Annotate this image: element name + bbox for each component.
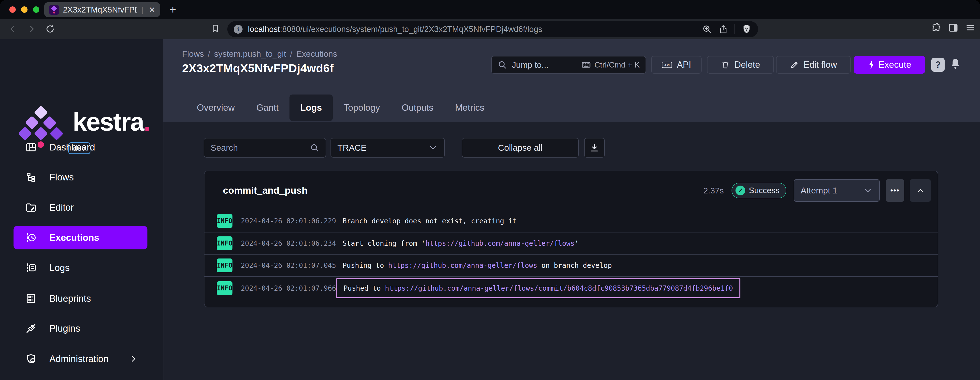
chevron-down-icon — [863, 185, 873, 195]
task-log-header: commit_and_push 2.37s ✓ Success Attempt … — [204, 171, 938, 210]
sidebar-item-flows[interactable]: Flows — [14, 165, 148, 189]
brave-shield-icon[interactable] — [741, 24, 752, 34]
log-row: INFO2024-04-26 02:01:06.229Branch develo… — [204, 210, 938, 232]
sidebar-item-plugins[interactable]: Plugins — [14, 317, 148, 340]
extensions-icon[interactable] — [931, 22, 941, 33]
browser-window: 2X3x2TMqX5NfvFPDj4wd6f | ✕ + i localhost… — [0, 0, 980, 380]
browser-tab[interactable]: 2X3x2TMqX5NfvFPDj4wd6f | ✕ — [44, 2, 160, 17]
new-tab-button[interactable]: + — [170, 4, 176, 15]
jump-to-search[interactable]: Jump to... Ctrl/Cmd + K — [491, 56, 646, 74]
notifications-bell-icon[interactable] — [949, 57, 962, 70]
tab-divider: | — [141, 6, 143, 14]
status-badge: ✓ Success — [732, 183, 786, 198]
tab-logs[interactable]: Logs — [290, 95, 333, 121]
log-level-badge: INFO — [217, 214, 232, 228]
tab-overview[interactable]: Overview — [186, 95, 245, 121]
chevron-right-icon — [129, 355, 138, 363]
sidebar-item-executions[interactable]: Executions — [14, 226, 148, 249]
sidebar-item-administration[interactable]: Administration — [14, 347, 148, 370]
delete-button[interactable]: Delete — [707, 56, 774, 74]
check-circle-icon: ✓ — [735, 185, 745, 195]
log-message: Start cloning from 'https://github.com/a… — [342, 239, 579, 247]
sidebar-item-label: Dashboard — [49, 142, 95, 153]
tab-topology[interactable]: Topology — [333, 95, 391, 121]
url-path: :8080/ui/executions/system/push_to_git/2… — [280, 25, 542, 34]
task-name: commit_and_push — [223, 185, 308, 196]
log-message: Branch develop does not exist, creating … — [342, 217, 517, 225]
log-timestamp: 2024-04-26 02:01:07.045 — [241, 261, 339, 269]
help-button[interactable]: ? — [931, 58, 945, 72]
task-log-panel: commit_and_push 2.37s ✓ Success Attempt … — [204, 171, 938, 307]
edit-flow-button[interactable]: Edit flow — [776, 56, 851, 74]
administration-icon — [25, 353, 37, 364]
sidebar-item-logs[interactable]: Logs — [14, 256, 148, 280]
close-tab-icon[interactable]: ✕ — [149, 5, 155, 14]
execution-tabs: OverviewGanttLogsTopologyOutputsMetrics — [186, 95, 495, 121]
sidebar-item-label: Executions — [49, 233, 99, 243]
svg-text:API: API — [664, 63, 670, 67]
collapse-panel-button[interactable] — [910, 179, 931, 202]
address-bar[interactable]: i localhost:8080/ui/executions/system/pu… — [227, 21, 758, 37]
sidebar-item-dashboard[interactable]: Dashboard — [14, 136, 148, 159]
log-row: INFO2024-04-26 02:01:07.045Pushing to ht… — [204, 254, 938, 276]
log-row: INFO2024-04-26 02:01:06.234Start cloning… — [204, 232, 938, 254]
kestra-favicon-icon — [49, 5, 59, 15]
minimize-window-button[interactable] — [21, 6, 27, 13]
api-button[interactable]: API API — [651, 56, 702, 74]
sidebar-item-editor[interactable]: Editor — [14, 196, 148, 219]
download-icon — [589, 142, 600, 153]
log-row: INFO2024-04-26 02:01:07.966Pushed to htt… — [204, 276, 938, 300]
tab-gantt[interactable]: Gantt — [245, 95, 290, 121]
more-options-button[interactable]: ••• — [886, 179, 904, 202]
reload-icon[interactable] — [45, 24, 56, 34]
task-duration: 2.37s — [703, 186, 724, 195]
tab-outputs[interactable]: Outputs — [391, 95, 444, 121]
log-level-badge: INFO — [217, 281, 232, 295]
sidebar-item-label: Logs — [49, 263, 70, 273]
log-text: Pushing to — [342, 261, 388, 269]
execute-button[interactable]: Execute — [854, 56, 925, 74]
pencil-icon — [790, 60, 799, 70]
log-link[interactable]: https://github.com/anna-geller/flows — [425, 239, 574, 247]
blueprints-icon — [25, 293, 37, 304]
log-level-value: TRACE — [337, 143, 367, 153]
bookmark-icon[interactable] — [210, 24, 220, 33]
forward-icon[interactable] — [26, 24, 37, 34]
window-controls[interactable] — [10, 6, 39, 13]
browser-menu-icon[interactable] — [965, 22, 975, 33]
search-icon — [310, 143, 319, 152]
log-timestamp: 2024-04-26 02:01:06.229 — [241, 217, 339, 225]
tab-metrics[interactable]: Metrics — [444, 95, 495, 121]
log-search-input[interactable]: Search — [204, 138, 326, 158]
sidebar-item-label: Plugins — [49, 323, 80, 334]
jump-to-shortcut: Ctrl/Cmd + K — [595, 60, 640, 70]
log-link[interactable]: https://github.com/anna-geller/flows/com… — [385, 284, 733, 292]
zoom-page-icon[interactable] — [702, 24, 712, 34]
page-header: Flows/system.push_to_git/Executions 2X3x… — [164, 39, 980, 122]
log-text: Pushed to — [344, 284, 385, 292]
close-window-button[interactable] — [10, 6, 16, 13]
search-placeholder: Search — [211, 143, 238, 153]
share-icon[interactable] — [718, 24, 728, 34]
attempt-select[interactable]: Attempt 1 — [794, 179, 880, 202]
sidebar-toggle-icon[interactable] — [948, 22, 958, 33]
back-icon[interactable] — [7, 24, 18, 34]
site-info-icon[interactable]: i — [234, 25, 243, 34]
executions-icon — [25, 232, 37, 243]
log-link[interactable]: https://github.com/anna-geller/flows — [388, 261, 537, 269]
search-icon — [498, 60, 507, 70]
keyboard-icon — [581, 60, 591, 70]
log-level-select[interactable]: TRACE — [331, 138, 445, 158]
sidebar-item-blueprints[interactable]: Blueprints — [14, 287, 148, 310]
jump-to-placeholder: Jump to... — [512, 60, 549, 70]
collapse-all-button[interactable]: Collapse all — [462, 138, 579, 158]
plugins-icon — [25, 323, 37, 334]
sidebar-item-label: Blueprints — [49, 293, 91, 304]
log-rows: INFO2024-04-26 02:01:06.229Branch develo… — [204, 210, 938, 300]
maximize-window-button[interactable] — [33, 6, 39, 13]
url-text[interactable]: localhost:8080/ui/executions/system/push… — [248, 25, 542, 34]
log-text: Branch develop does not exist, creating … — [342, 217, 517, 225]
download-logs-button[interactable] — [584, 138, 605, 158]
divider — [735, 24, 735, 34]
log-text: ' — [574, 239, 579, 247]
